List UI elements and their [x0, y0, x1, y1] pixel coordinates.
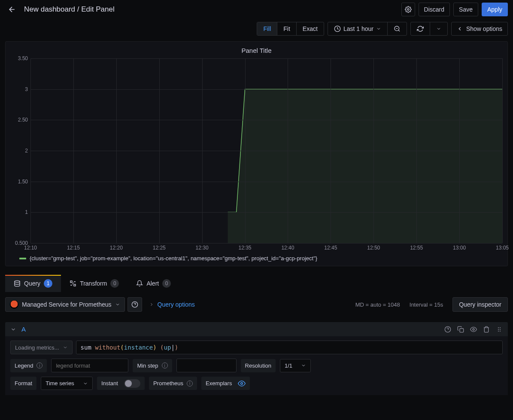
minstep-input[interactable]	[176, 359, 237, 372]
plot-area	[30, 58, 502, 243]
x-tick: 13:05	[496, 245, 509, 251]
query-help-button[interactable]	[444, 326, 451, 333]
chevron-down-icon	[83, 381, 88, 386]
svg-rect-12	[460, 329, 464, 332]
refresh-interval-picker[interactable]	[430, 22, 447, 35]
legend-label: {cluster="gmp-test", job="prom-example",…	[30, 255, 317, 262]
x-tick: 12:35	[239, 245, 252, 251]
info-icon[interactable]: i	[187, 380, 193, 387]
settings-button[interactable]	[401, 3, 415, 16]
database-icon	[14, 280, 21, 287]
tab-alert[interactable]: Alert 0	[127, 275, 179, 292]
info-icon[interactable]: i	[162, 362, 168, 368]
fill-segment[interactable]: Fill	[257, 22, 277, 35]
y-tick: 1.50	[18, 179, 28, 185]
panel-title: Panel Title	[11, 45, 502, 58]
chevron-down-icon	[63, 345, 68, 350]
exemplars-label: Exemplars	[201, 377, 236, 390]
exact-segment[interactable]: Exact	[297, 22, 324, 35]
eye-icon	[238, 380, 246, 387]
refresh-icon	[417, 25, 424, 32]
x-tick: 12:10	[24, 245, 37, 251]
transform-icon	[70, 280, 76, 287]
svg-rect-6	[70, 281, 72, 283]
show-options-button[interactable]: Show options	[451, 22, 508, 36]
promql-input[interactable]: sum without(instance) (up|)	[76, 341, 503, 354]
page-title: New dashboard / Edit Panel	[24, 5, 396, 14]
transform-count-badge: 0	[110, 279, 119, 288]
tab-query[interactable]: Query 1	[5, 275, 61, 292]
refresh-button[interactable]	[411, 22, 430, 35]
alert-count-badge: 0	[162, 279, 171, 288]
chevron-down-icon	[436, 26, 441, 31]
x-tick: 12:15	[67, 245, 80, 251]
query-collapse-toggle[interactable]	[10, 326, 16, 332]
chevron-down-icon	[10, 326, 16, 332]
x-tick: 12:50	[367, 245, 380, 251]
x-tick: 12:25	[153, 245, 166, 251]
zoom-out-button[interactable]	[388, 22, 407, 35]
chart[interactable]: 0.50011.5022.5033.50	[11, 58, 502, 243]
eye-icon	[470, 326, 477, 333]
query-options-toggle[interactable]: Query options	[145, 301, 199, 308]
svg-point-18	[498, 331, 499, 332]
query-inspector-button[interactable]: Query inspector	[452, 297, 508, 312]
x-axis: 12:1012:1512:2012:2512:3012:3512:4012:45…	[30, 243, 502, 253]
time-range-picker[interactable]: Last 1 hour	[328, 22, 388, 35]
query-row-a: A Loading metrics... sum without(instanc…	[5, 322, 508, 395]
resolution-select[interactable]: 1/1	[280, 359, 311, 372]
help-icon	[131, 301, 138, 308]
delete-query-button[interactable]	[483, 326, 490, 333]
x-tick: 12:55	[410, 245, 423, 251]
minstep-label: Min stepi	[133, 359, 172, 372]
interval-info: Interval = 15s	[410, 301, 443, 308]
svg-point-5	[15, 280, 20, 282]
y-tick: 3.50	[18, 55, 28, 61]
instant-label: Instant	[97, 377, 122, 390]
datasource-help-button[interactable]	[127, 297, 142, 312]
tabs: Query 1 Transform 0 Alert 0	[5, 275, 508, 292]
gear-icon	[405, 6, 412, 13]
metrics-browser-button[interactable]: Loading metrics...	[10, 341, 73, 354]
back-button[interactable]	[5, 3, 19, 16]
svg-point-13	[473, 329, 474, 330]
x-tick: 12:40	[281, 245, 294, 251]
legend-label: Legendi	[10, 359, 47, 372]
duplicate-query-button[interactable]	[457, 326, 464, 333]
copy-icon	[457, 326, 464, 333]
format-label: Format	[10, 377, 36, 390]
svg-point-0	[407, 9, 409, 10]
save-button[interactable]: Save	[453, 3, 478, 16]
legend-input[interactable]	[51, 359, 128, 372]
help-icon	[444, 326, 451, 333]
exemplars-toggle[interactable]	[236, 380, 250, 387]
x-tick: 12:30	[196, 245, 209, 251]
svg-rect-7	[74, 284, 76, 286]
svg-point-20	[241, 382, 243, 384]
drag-handle[interactable]	[496, 326, 503, 333]
prometheus-icon	[10, 300, 18, 309]
trash-icon	[483, 326, 490, 333]
format-select[interactable]: Time series	[41, 377, 93, 390]
legend[interactable]: {cluster="gmp-test", job="prom-example",…	[19, 253, 502, 262]
tab-transform[interactable]: Transform 0	[61, 275, 127, 292]
legend-swatch	[19, 258, 26, 259]
y-axis: 0.50011.5022.5033.50	[11, 58, 30, 243]
fit-segment[interactable]: Fit	[277, 22, 297, 35]
discard-button[interactable]: Discard	[419, 3, 450, 16]
info-icon[interactable]: i	[36, 362, 42, 368]
toggle-query-visibility-button[interactable]	[470, 326, 477, 333]
y-tick: 1	[25, 209, 28, 215]
x-tick: 12:45	[324, 245, 337, 251]
panel: Panel Title 0.50011.5022.5033.50 12:1012…	[5, 41, 508, 266]
datasource-picker[interactable]: Managed Service for Prometheus	[5, 297, 125, 312]
chevron-down-icon	[376, 26, 381, 31]
y-tick: 3	[25, 86, 28, 92]
bell-icon	[136, 280, 143, 287]
resolution-label: Resolution	[241, 359, 276, 372]
apply-button[interactable]: Apply	[482, 3, 508, 16]
y-tick: 2.50	[18, 117, 28, 123]
query-ref-id[interactable]: A	[21, 326, 26, 333]
chevron-down-icon	[115, 302, 120, 307]
instant-toggle[interactable]	[124, 379, 140, 388]
